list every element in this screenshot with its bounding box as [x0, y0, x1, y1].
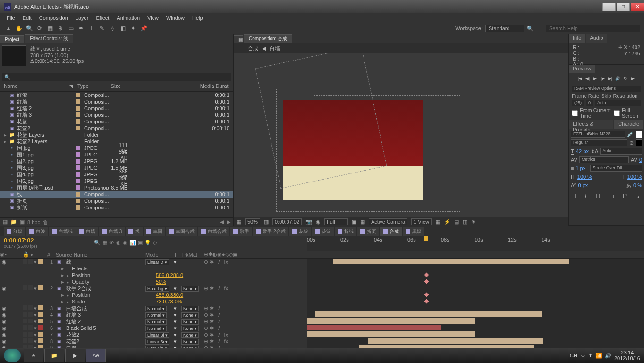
- viewer[interactable]: [234, 53, 568, 217]
- col-trkmat[interactable]: TrkMat: [181, 252, 204, 258]
- col-dur[interactable]: Media Durati: [121, 83, 233, 91]
- superscript-button[interactable]: T¹: [622, 193, 627, 199]
- keyframe[interactable]: [424, 299, 429, 304]
- keyframe[interactable]: [424, 279, 429, 284]
- loop-button[interactable]: ↻: [622, 75, 629, 82]
- rotate-tool[interactable]: ⟳: [35, 24, 44, 33]
- pen-tool[interactable]: ✒: [76, 24, 86, 33]
- baseline-value[interactable]: 0 px: [578, 182, 588, 188]
- shape-tool[interactable]: ▭: [66, 24, 76, 33]
- layer-bar[interactable]: [307, 325, 441, 330]
- col-mode[interactable]: Mode: [145, 252, 174, 258]
- bold-button[interactable]: T: [574, 193, 577, 199]
- menu-layer[interactable]: Layer: [72, 15, 93, 21]
- tray-time[interactable]: 23:14: [614, 350, 640, 355]
- kerning-dropdown[interactable]: Metrics: [579, 156, 629, 163]
- auto-keyframe-icon[interactable]: ◇: [153, 240, 157, 246]
- menu-help[interactable]: Help: [188, 15, 207, 21]
- fast-preview-icon[interactable]: ⚡: [444, 219, 450, 225]
- first-frame-button[interactable]: |◀: [577, 75, 584, 82]
- allcaps-button[interactable]: TT: [595, 193, 601, 199]
- property-row[interactable]: ▸Effects: [0, 265, 307, 272]
- ram-options-dropdown[interactable]: RAM Preview Options: [572, 86, 641, 92]
- timeline-tab[interactable]: 红墙: [4, 227, 25, 236]
- timeline-timecode[interactable]: 0:00:07:02: [4, 237, 37, 244]
- roi-icon[interactable]: ▣: [352, 219, 356, 225]
- puppet-tool[interactable]: 📌: [139, 24, 148, 33]
- stroke-swatch[interactable]: [636, 139, 642, 146]
- project-item[interactable]: ▣折页Composi...0:00:1: [0, 198, 233, 204]
- timeline-icon[interactable]: ▤: [454, 219, 459, 225]
- layer-row[interactable]: ◉▾7▣花篮2Linear Bi ▾▾None ▾⊕ ✱ / fx: [0, 331, 307, 338]
- stroke-width-value[interactable]: 1 px: [576, 165, 585, 171]
- taskbar-ae[interactable]: Ae: [86, 349, 106, 362]
- exposure-icon[interactable]: ☀: [471, 219, 476, 225]
- tray-icon-2[interactable]: ⬆: [588, 353, 593, 359]
- menu-view[interactable]: View: [144, 15, 162, 21]
- graph-editor-icon[interactable]: 📊: [129, 240, 136, 246]
- layer-bar[interactable]: [307, 331, 475, 337]
- tray-network-icon[interactable]: 📶: [595, 353, 602, 359]
- pixel-aspect-icon[interactable]: ▦: [435, 219, 440, 225]
- transparency-icon[interactable]: ▦: [360, 219, 365, 225]
- project-item[interactable]: ▫国2.jpgJPEG1.2 MB: [0, 158, 233, 164]
- brainstorm-icon[interactable]: 💡: [144, 240, 151, 246]
- tsume-value[interactable]: 0 %: [633, 182, 642, 188]
- trash-icon[interactable]: 🗑: [43, 219, 48, 225]
- timeline-tab[interactable]: 白墙纸: [49, 227, 76, 236]
- timeline-tab[interactable]: 白墙 3: [99, 227, 125, 236]
- tray-date[interactable]: 2012/10/16: [614, 355, 640, 361]
- next-frame-button[interactable]: |▶: [600, 75, 606, 82]
- layer-row[interactable]: ◉▾4▣红墙 3Normal ▾▾None ▾⊕ ✱ /: [0, 311, 307, 318]
- vscale-value[interactable]: 100 %: [577, 174, 592, 180]
- layer-row[interactable]: ◉▾2▣歌手 2合成Hard Lig ▾▾None ▾⊕ ✱ / fx: [0, 285, 307, 292]
- comp-icon[interactable]: ▣: [20, 219, 25, 225]
- project-item[interactable]: ▣花篮2Composi...0:00:10: [0, 125, 233, 131]
- channels-icon[interactable]: ◉: [316, 219, 321, 225]
- breadcrumb-1[interactable]: 合成: [248, 45, 258, 52]
- timeline-tab[interactable]: 线: [126, 227, 143, 236]
- project-item[interactable]: ▣红墙Composi...0:00:1: [0, 98, 233, 105]
- workspace-dropdown[interactable]: Standard: [485, 25, 524, 32]
- bpc-button[interactable]: 8 bpc: [27, 219, 40, 225]
- property-row[interactable]: ▸⬥Position586.0,288.0: [0, 272, 307, 278]
- stroke-option-dropdown[interactable]: Stroke Over Fill: [590, 165, 642, 172]
- fill-swatch[interactable]: [636, 131, 642, 138]
- pan-behind-tool[interactable]: ⊕: [56, 24, 65, 33]
- menu-edit[interactable]: Edit: [19, 15, 35, 21]
- res-dropdown[interactable]: Auto: [595, 100, 641, 106]
- col-source-name[interactable]: Source Name: [56, 252, 145, 258]
- layer-row[interactable]: ◉▾6▣Black Solid 5Normal ▾▾None ▾⊕ ✱ /: [0, 325, 307, 331]
- tray-icon-1[interactable]: 🛡: [580, 353, 585, 358]
- timeline-tab[interactable]: 丰国: [144, 227, 165, 236]
- tab-audio[interactable]: Audio: [586, 34, 607, 43]
- snapshot-icon[interactable]: 📷: [305, 219, 312, 225]
- timeline-tab[interactable]: 花篮: [289, 227, 311, 236]
- project-item[interactable]: ▫国5.jpgJPEG306 KB: [0, 178, 233, 184]
- last-frame-button[interactable]: ▶|: [607, 75, 614, 82]
- selection-tool[interactable]: ▲: [4, 24, 13, 33]
- zoom-tool[interactable]: 🔍: [25, 24, 34, 33]
- col-name[interactable]: Name: [4, 83, 69, 91]
- timeline-tab[interactable]: 白漆: [26, 227, 48, 236]
- layer-row[interactable]: ◉▾8▣花篮2Linear Bi ▾▾None ▾⊕ ✱ / fx: [0, 338, 307, 345]
- layer-bar[interactable]: [333, 259, 569, 264]
- play-button[interactable]: ▶: [592, 75, 599, 82]
- folder-icon[interactable]: 📁: [10, 219, 17, 225]
- timeline-tab[interactable]: 丰国合成: [166, 227, 197, 236]
- taskbar-ie[interactable]: e: [24, 349, 43, 362]
- motion-blur-icon[interactable]: ◉: [123, 240, 127, 246]
- col-t[interactable]: T: [174, 252, 181, 258]
- clone-tool[interactable]: ⎀: [108, 24, 117, 33]
- project-item[interactable]: ▸📁花篮 LayersFolder: [0, 131, 233, 138]
- eraser-tool[interactable]: ◧: [118, 24, 127, 33]
- project-search[interactable]: 🔍: [2, 73, 231, 81]
- italic-button[interactable]: T: [584, 193, 587, 199]
- smallcaps-button[interactable]: Tᴛ: [609, 193, 615, 199]
- tab-project[interactable]: Project: [0, 35, 24, 43]
- timeline-tab[interactable]: 歌手 2合成: [253, 227, 288, 236]
- leading-dropdown[interactable]: Auto: [600, 148, 642, 155]
- flowchart-icon[interactable]: ◫: [463, 219, 467, 225]
- project-list[interactable]: ▣红漆Composi...0:00:1▣红墙Composi...0:00:1▣红…: [0, 92, 233, 217]
- menu-effect[interactable]: Effect: [92, 15, 113, 21]
